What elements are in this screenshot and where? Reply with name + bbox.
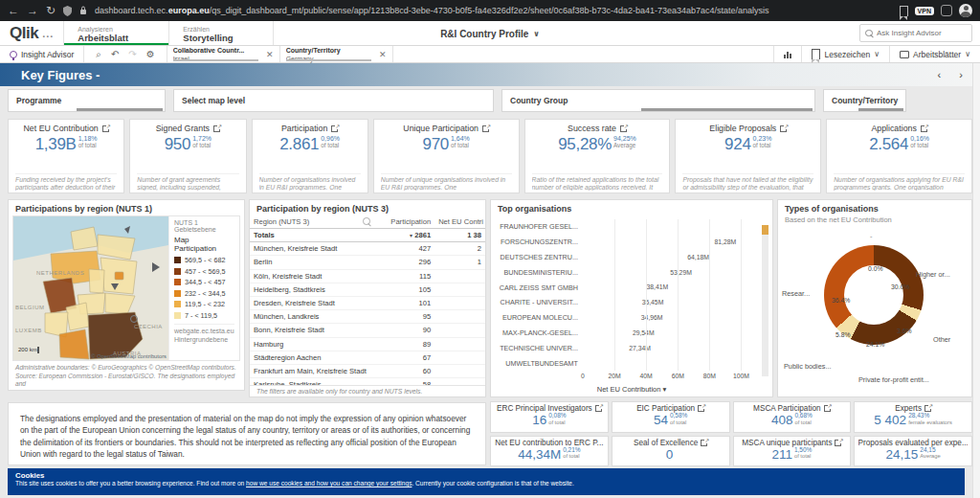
page-scrollbar[interactable] [972,63,980,498]
region-name[interactable]: München, Kreisfreie Stadt [250,242,374,256]
org-bar-row[interactable]: BUNDESMINISTERIU... 53,29M [499,264,757,280]
legend-item[interactable]: 457 - < 569,5 [174,267,234,276]
external-link-icon[interactable] [331,125,338,132]
external-link-icon[interactable] [780,125,787,132]
legend-item[interactable]: 344,5 - < 457 [174,278,234,286]
qlik-logo[interactable]: Qlik... [0,21,63,45]
kpi-card[interactable]: Success rate 95,28%94,25%Average Ratio o… [524,119,671,193]
legend-item[interactable]: 232 - < 344,5 [174,289,234,298]
region-name[interactable]: Heidelberg, Stadtkreis [250,283,374,296]
bookmarks-dropdown[interactable]: Lesezeichen∨ [801,46,889,62]
sort-descending-icon[interactable]: ▾ [410,233,412,238]
external-link-icon[interactable] [698,405,704,412]
region-name[interactable]: Hamburg [250,337,374,351]
insight-advisor-search[interactable] [859,24,972,42]
close-icon[interactable]: ✕ [375,50,387,59]
table-scroll-area[interactable]: Region (NUTS 3) Participation Net EU Con… [250,215,485,385]
kpi-card[interactable]: Unique Participation 9701,64%of total Nu… [373,119,520,193]
column-header-net-eu[interactable]: Net EU Contri [434,215,485,229]
app-title-dropdown[interactable]: R&I Country Profile∨ [440,21,540,46]
legend-item[interactable]: 119,5 - < 232 [174,300,234,308]
step-forward-icon[interactable]: ↷ [128,50,136,59]
table-row[interactable]: München, Landkreis 95 [250,310,485,324]
region-name[interactable]: Karlsruhe, Stadtkreis [250,378,374,385]
region-name[interactable]: Bonn, Kreisfreie Stadt [250,324,374,337]
browser-refresh-icon[interactable]: ↻ [46,5,56,16]
kpi-card[interactable]: Eligible Proposals 9240,23%of total Prop… [675,119,821,193]
table-row[interactable]: Städteregion Aachen 67 [250,351,485,364]
external-link-icon[interactable] [824,405,831,412]
org-bar-row[interactable]: TECHNISCHE UNIVER... 27,34M [499,340,757,355]
legend-item[interactable]: 569,5 - < 682 [174,256,234,264]
kpi-card[interactable]: MSCA unique participants 2111,50%of tota… [733,436,852,467]
table-row[interactable]: Köln, Kreisfreie Stadt 115 [250,269,485,283]
close-icon[interactable]: ✕ [262,50,274,59]
osm-attribution[interactable]: © OpenStreetMap contributors [91,353,167,359]
chart-scrollbar[interactable] [762,225,768,376]
bar-chart[interactable]: FRAUNHOFER GESEL... 99,26M FORSCHUNGSZEN… [499,219,757,371]
cookie-settings-link[interactable]: how we use cookies and how you can chang… [246,480,412,487]
table-row[interactable]: Heidelberg, Stadtkreis 105 [250,283,485,296]
kpi-card[interactable]: Applications 2.5640,16%of total Number o… [826,119,972,193]
external-link-icon[interactable] [921,125,927,132]
org-bar-row[interactable]: CHARITE - UNIVERSIT... 35,45M [499,295,757,310]
org-bar-row[interactable]: CARL ZEISS SMT GMBH 38,41M [499,280,757,295]
external-link-icon[interactable] [835,440,841,446]
org-bar-row[interactable]: EUROPEAN MOLECU... 34,96M [499,310,757,326]
kpi-card[interactable]: Experts 5 40228,43%female evaluators [854,401,972,433]
filter-box[interactable]: Select map level [173,89,494,112]
org-bar-row[interactable]: FRAUNHOFER GESEL... 99,26M [499,219,757,235]
kpi-card[interactable]: EIC Participation 540,58%of total [612,401,730,433]
qlik-menu-dots-icon[interactable]: ... [42,28,54,39]
kpi-card[interactable]: Net EU Contribution 1,39B1,18%of total F… [8,119,124,193]
browser-extension-icon[interactable] [941,5,952,16]
insight-advisor-input[interactable] [877,29,963,37]
step-back-icon[interactable]: ↶ [111,50,119,59]
column-header-participation[interactable]: Participation [374,215,434,229]
table-row[interactable]: Bonn, Kreisfreie Stadt 90 [250,324,485,337]
table-row[interactable]: München, Kreisfreie Stadt 427 2 [250,242,485,256]
region-name[interactable]: Köln, Kreisfreie Stadt [250,269,374,283]
region-name[interactable]: München, Landkreis [250,310,374,324]
insight-advisor-button[interactable]: Insight Advisor [0,46,84,62]
search-icon[interactable] [363,217,370,225]
x-axis-title[interactable]: Net EU Contribution ▾ [491,385,772,394]
external-link-icon[interactable] [620,125,627,132]
filter-box[interactable]: Country Group [501,89,815,112]
region-name[interactable]: Berlin [250,256,374,269]
insights-charts-button[interactable] [773,46,801,62]
bookmark-page-icon[interactable] [900,6,908,16]
region-name[interactable]: Frankfurt am Main, Kreisfreie Stadt [250,364,374,377]
filter-box[interactable]: Country/Territory [823,89,906,112]
kpi-card[interactable]: Net EU contribution to ERC P... 44,34M0,… [490,436,609,467]
clear-selections-icon[interactable]: ⚙ [146,50,155,59]
sheets-dropdown[interactable]: Arbeitsblätter∨ [889,46,980,62]
table-row[interactable]: Dresden, Kreisfreie Stadt 101 [250,296,485,309]
legend-item[interactable]: 7 - < 119,5 [174,311,234,320]
selection-chip-collaborative-country[interactable]: Collaborative Countr...Israel ✕ [167,46,280,62]
external-link-icon[interactable] [595,405,602,412]
external-link-icon[interactable] [924,405,931,412]
org-bar-row[interactable]: MAX-PLANCK-GESEL... 29,54M [499,326,757,341]
kpi-card[interactable]: MSCA Participation 4080,68%of total [733,401,852,433]
address-bar[interactable]: dashboard.tech.ec.europa.eu/qs_digit_das… [95,6,769,15]
region-name[interactable]: Dresden, Kreisfreie Stadt [250,296,374,309]
org-bar-row[interactable]: UMWELTBUNDESAMT [499,355,757,371]
org-bar-row[interactable]: FORSCHUNGSZENTR... 81,28M [499,235,757,250]
filter-box[interactable]: Programme [8,89,166,112]
table-row[interactable]: Hamburg 89 [250,337,485,351]
selection-chip-country-territory[interactable]: Country/TerritoryGermany ✕ [280,46,393,62]
region-name[interactable]: Städteregion Aachen [250,351,374,364]
table-row[interactable]: Karlsruhe, Stadtkreis 58 [250,378,485,385]
tab-storytelling[interactable]: Erzählen Storytelling [168,21,274,45]
kpi-card[interactable]: Signed Grants 9501,72%of total Number of… [129,119,246,193]
choropleth-map[interactable]: NETHERLANDS BELGIUM LUXEMB CZECHIA AUSTR… [13,216,168,360]
tab-analyse-sheet[interactable]: Analysieren Arbeitsblatt [63,21,168,45]
kpi-card[interactable]: Participation 2.8610,96%of total Number … [252,119,368,193]
kpi-card[interactable]: Seal of Excellence 0 [612,436,730,467]
kpi-card[interactable]: Proposals evaluated per expe... 24,1524,… [854,436,972,467]
external-link-icon[interactable] [213,125,220,132]
kpi-card[interactable]: ERC Principal Investigators 160,08%of to… [490,401,609,433]
browser-back-icon[interactable]: ← [8,5,19,16]
org-bar-row[interactable]: DEUTSCHES ZENTRU... 64,18M [499,250,757,265]
